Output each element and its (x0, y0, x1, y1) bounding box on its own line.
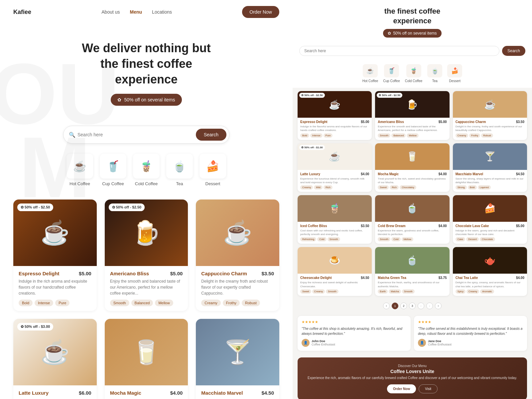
rp-product-tags: CreamyMildRich (300, 185, 369, 190)
rp-product-description: Enjoy the richness and sweet delight of … (300, 281, 369, 288)
page-3[interactable]: 3 (409, 303, 416, 309)
rp-hot-coffee-icon: ☕ (363, 64, 378, 77)
product-card-espresso[interactable]: ✿ 50% off - $2.50 ☕ Espresso Delight $5.… (13, 200, 97, 311)
category-dessert[interactable]: 🍰 Dessert (200, 154, 226, 186)
rp-product-image: 🥛 (375, 143, 449, 170)
rp-product-emoji: ☕ (484, 99, 496, 110)
category-cold-coffee[interactable]: 🧋 Cold Coffee (133, 154, 160, 186)
rp-product-title-row: Latte Luxury $4.00 (300, 172, 369, 176)
cup-coffee-icon: 🥤 (106, 160, 120, 173)
rp-product-name: Espresso Delight (300, 120, 328, 124)
rp-product-price: $4.00 (439, 172, 447, 176)
promo-badge: ✿ 50% off on several items (111, 94, 182, 106)
rp-product-price: $3.50 (361, 224, 369, 228)
rp-product-price: $5.00 (516, 224, 524, 228)
rp-product-name: Cold Brew Dream (378, 224, 405, 228)
rp-product-emoji: 🍵 (406, 203, 418, 214)
product-name: Cappuccino Charm (201, 271, 247, 276)
page-1[interactable]: 1 (392, 303, 398, 309)
nav-about[interactable]: About us (101, 9, 120, 15)
nav-locations[interactable]: Locations (152, 9, 172, 15)
rp-product-emoji: 🍮 (329, 255, 340, 266)
product-tag: Creamy (201, 300, 221, 306)
page-4[interactable]: · (418, 303, 424, 309)
product-price: $4.00 (170, 390, 183, 396)
rp-tea-label: Tea (432, 79, 438, 83)
rp-visit-button[interactable]: Visit (419, 384, 438, 393)
rp-product-tag: Smooth (402, 289, 415, 294)
rp-cat-dessert[interactable]: 🍰 Dessert (447, 64, 462, 83)
product-tag: Robust (242, 300, 260, 306)
rp-order-now-button[interactable]: Order Now (387, 384, 416, 393)
rp-product-name: Macchiato Marvel (456, 172, 483, 176)
rp-cat-tea[interactable]: 🍵 Tea (427, 64, 442, 83)
page-2[interactable]: 2 (400, 303, 407, 309)
product-card-cappuccino[interactable]: ☕ Cappuccino Charm $3.50 Delight in the … (196, 200, 279, 311)
rp-product-card[interactable]: ✿ 50% off - $1.00 ☕ Latte Luxury $4.00 E… (298, 143, 372, 192)
rp-product-info: Cold Brew Dream $4.00 Experience the war… (375, 222, 449, 244)
product-card-americano[interactable]: ✿ 50% off - $2.50 🍺 Americano Bliss $5.0… (105, 200, 188, 311)
rp-product-card[interactable]: 🥛 Mocha Magic $4.00 Treat yourself to th… (375, 143, 449, 192)
product-emoji: ☕ (223, 219, 252, 246)
page-5[interactable]: · (426, 303, 433, 309)
rp-product-tag: Frothy (469, 133, 480, 138)
product-image: 🥛 (105, 319, 188, 385)
rp-cat-cold-coffee[interactable]: 🧋 Cold Coffee (405, 64, 423, 83)
rp-product-card[interactable]: 🧋 Iced Coffee Bliss $3.50 Cool down with… (298, 195, 372, 244)
rp-product-name: Iced Coffee Bliss (300, 224, 327, 228)
rp-product-price: $5.00 (439, 120, 447, 124)
tea-label: Tea (176, 181, 183, 186)
promo-icon: ✿ (117, 97, 121, 102)
hot-coffee-icon: ☕ (73, 160, 86, 173)
next-page-arrow[interactable]: › (435, 303, 442, 309)
category-cup-coffee[interactable]: 🥤 Cup Coffee (100, 154, 126, 186)
rp-product-card[interactable]: ✿ 50% off - $2.50 ☕ Espresso Delight $5.… (298, 91, 372, 140)
rp-product-tag: Earth (378, 289, 388, 294)
rp-product-name: Mocha Magic (378, 172, 399, 176)
rp-product-card[interactable]: ☕ Cappuccino Charm $3.50 Delight in the … (453, 91, 527, 140)
rp-product-card[interactable]: 🍵 Cold Brew Dream $4.00 Experience the w… (375, 195, 449, 244)
rp-product-tag: Bold (468, 185, 477, 190)
rp-product-card[interactable]: 🍮 Cheesecake Delight $4.50 Enjoy the ric… (298, 247, 372, 296)
rp-product-name: Chocolate Lava Cake (456, 224, 489, 228)
nav-menu[interactable]: Menu (130, 9, 142, 15)
cold-coffee-label: Cold Coffee (135, 181, 158, 186)
product-title-row: Latte Luxury $6.00 (19, 390, 91, 396)
rp-cold-coffee-label: Cold Coffee (405, 79, 423, 83)
rp-product-image: 🫖 (453, 247, 527, 274)
category-hot-coffee[interactable]: ☕ Hot Coffee (66, 154, 93, 186)
rp-product-name: Cappuccino Charm (456, 120, 486, 124)
order-now-button[interactable]: Order Now (242, 6, 279, 18)
search-button[interactable]: Search (196, 129, 226, 141)
rp-product-card[interactable]: 🍰 Chocolate Lava Cake $5.00 Indulge in t… (453, 195, 527, 244)
rp-product-tag: Pure (324, 133, 333, 138)
product-card-macchiato[interactable]: 🍸 Macchiato Marvel $4.50 Savor the stron… (196, 319, 279, 399)
prev-page-arrow[interactable]: ‹ (383, 303, 390, 309)
rp-product-price: $4.00 (516, 276, 524, 280)
rp-search-input[interactable] (299, 46, 499, 56)
rp-product-title-row: Matcha Green Tea $3.75 (378, 276, 447, 280)
rp-product-card[interactable]: 🍵 Matcha Green Tea $3.75 Experience the … (375, 247, 449, 296)
product-card-latte[interactable]: ✿ 50% off - $3.00 ☕ Latte Luxury $6.00 E… (13, 319, 97, 399)
rp-product-tag: Mellow (402, 237, 413, 241)
category-tea[interactable]: 🍵 Tea (166, 154, 193, 186)
rp-product-tags: BoldIntensePure (300, 133, 369, 138)
rp-cat-cup-coffee[interactable]: 🥤 Cup Coffee (383, 64, 400, 83)
rp-product-card[interactable]: 🍸 Macchiato Marvel $4.50 Savor the stron… (453, 143, 527, 192)
product-description: Enjoy the smooth and balanced taste of o… (110, 278, 183, 296)
product-info: Cappuccino Charm $3.50 Delight in the cr… (196, 266, 279, 311)
rp-product-title-row: Cheesecake Delight $4.50 (300, 276, 369, 280)
rp-product-image: ☕ (453, 91, 527, 118)
search-input[interactable] (77, 132, 196, 137)
rp-product-card[interactable]: 🫖 Chai Tea Latte $4.00 Delight in the sp… (453, 247, 527, 296)
testimonial-card: ★★★★ "The coffee served at this establis… (414, 316, 527, 351)
product-tag: Balanced (131, 300, 153, 306)
testimonial-text: "The coffee at this shop is absolutely a… (302, 326, 407, 336)
rp-product-card[interactable]: ✿ 50% off - $2.50 🍺 Americano Bliss $5.0… (375, 91, 449, 140)
products-section: ✿ 50% off - $2.50 ☕ Espresso Delight $5.… (0, 196, 293, 399)
rp-search-button[interactable]: Search (502, 46, 525, 56)
product-card-mocha[interactable]: 🥛 Mocha Magic $4.00 Treat yourself to th… (105, 319, 188, 399)
rp-cat-hot-coffee[interactable]: ☕ Hot Coffee (362, 64, 378, 83)
rp-categories: ☕ Hot Coffee 🥤 Cup Coffee 🧋 Cold Coffee … (293, 61, 532, 88)
product-image: ✿ 50% off - $3.00 ☕ (13, 319, 97, 385)
